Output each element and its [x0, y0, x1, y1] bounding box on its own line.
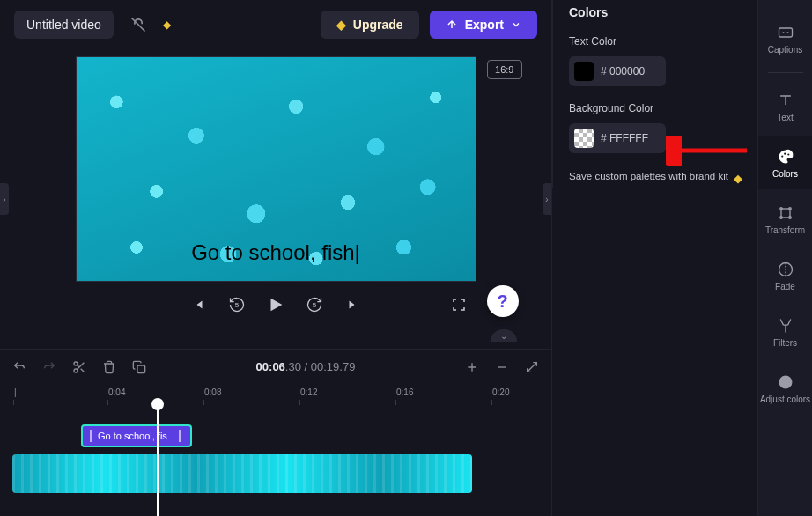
- text-color-hex: 000000: [609, 65, 645, 77]
- aspect-ratio-badge[interactable]: 16:9: [487, 60, 521, 79]
- svg-point-4: [781, 155, 783, 157]
- ruler-origin-tick: |: [14, 387, 17, 397]
- background-color-hex: FFFFFF: [609, 132, 648, 144]
- text-color-swatch: [574, 62, 594, 81]
- rail-colors[interactable]: Colors: [758, 136, 813, 189]
- fullscreen-button[interactable]: [448, 294, 469, 315]
- clip-handle-left[interactable]: [90, 430, 94, 442]
- skip-end-button[interactable]: [343, 294, 364, 315]
- svg-point-5: [784, 152, 786, 154]
- text-color-picker[interactable]: # 000000: [569, 56, 666, 86]
- help-button[interactable]: ?: [487, 285, 519, 317]
- export-label: Export: [465, 18, 504, 32]
- rail-fade[interactable]: Fade: [758, 249, 813, 302]
- rail-captions[interactable]: Captions: [758, 12, 813, 65]
- diamond-icon: ◆: [336, 18, 346, 32]
- ruler-tick: 0:20: [492, 387, 509, 397]
- svg-rect-2: [137, 365, 145, 373]
- premium-icon: ◆: [163, 18, 171, 31]
- timeline-tracks[interactable]: Go to school, fis: [0, 407, 551, 516]
- upgrade-label: Upgrade: [353, 18, 403, 32]
- save-palette-line: Save custom palettes with brand kit ◆: [569, 169, 742, 183]
- background-color-picker[interactable]: # FFFFFF: [569, 123, 666, 153]
- rail-adjust-colors[interactable]: Adjust colors: [758, 362, 813, 415]
- undo-button[interactable]: [11, 358, 28, 376]
- playhead[interactable]: [157, 405, 159, 516]
- forward-5-button[interactable]: 5: [304, 294, 325, 315]
- duplicate-button[interactable]: [130, 358, 148, 376]
- right-drawer-handle[interactable]: ›: [543, 183, 551, 215]
- rewind-5-button[interactable]: 5: [226, 294, 247, 315]
- ruler-tick: 0:08: [204, 387, 221, 397]
- svg-rect-7: [781, 209, 790, 217]
- project-title[interactable]: Untitled video: [14, 11, 114, 39]
- ruler-tick: 0:16: [396, 387, 413, 397]
- save-palette-link[interactable]: Save custom palettes: [569, 171, 666, 181]
- play-button[interactable]: [265, 294, 286, 315]
- timeline-fit-button[interactable]: [523, 358, 541, 376]
- rail-divider: [768, 72, 803, 73]
- upgrade-button[interactable]: ◆ Upgrade: [321, 11, 419, 39]
- rail-text[interactable]: Text: [758, 80, 813, 133]
- background-color-swatch: [574, 129, 594, 148]
- svg-rect-3: [779, 28, 792, 37]
- svg-point-6: [787, 153, 789, 155]
- text-color-label: Text Color: [569, 35, 742, 48]
- collapse-preview-chevron[interactable]: ⌄: [491, 329, 517, 342]
- video-preview[interactable]: Go to school, fish: [76, 56, 476, 282]
- left-drawer-handle[interactable]: ›: [0, 183, 9, 215]
- premium-icon: ◆: [734, 171, 742, 187]
- skip-start-button[interactable]: [188, 294, 209, 315]
- video-clip[interactable]: [12, 454, 472, 493]
- export-button[interactable]: Export: [430, 11, 537, 39]
- split-button[interactable]: [70, 358, 88, 376]
- redo-button[interactable]: [41, 358, 58, 376]
- text-overlay[interactable]: Go to school, fish: [77, 240, 476, 265]
- chevron-down-icon: [511, 19, 521, 30]
- delete-button[interactable]: [100, 358, 118, 376]
- text-clip[interactable]: Go to school, fis: [81, 424, 192, 447]
- timeline-add-button[interactable]: [463, 358, 481, 376]
- rail-filters[interactable]: Filters: [758, 306, 813, 358]
- cloud-off-icon[interactable]: [124, 11, 152, 39]
- rail-transform[interactable]: Transform: [758, 193, 813, 246]
- timeline-zoom-out-button[interactable]: [493, 358, 511, 376]
- ruler-tick: 0:12: [300, 387, 317, 397]
- background-color-label: Background Color: [569, 102, 742, 114]
- svg-point-0: [74, 362, 78, 365]
- annotation-arrow: [666, 136, 754, 166]
- colors-panel-title: Colors: [569, 5, 742, 19]
- clip-handle-right[interactable]: [179, 430, 183, 442]
- timecode: 00:06.30 / 00:19.79: [256, 360, 356, 373]
- ruler-tick: 0:04: [108, 387, 125, 397]
- timeline-ruler[interactable]: | 0:04 0:08 0:12 0:16 0:20: [0, 384, 551, 407]
- svg-point-1: [74, 369, 78, 372]
